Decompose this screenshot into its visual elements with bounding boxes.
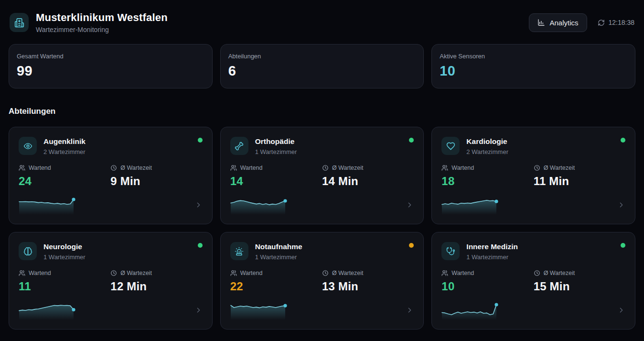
waiting-label: Wartend <box>240 165 263 171</box>
department-card-neurologie[interactable]: Neurologie 1 Wartezimmer Wartend 11 Ø <box>9 232 213 330</box>
analytics-button[interactable]: Analytics <box>529 13 587 32</box>
status-dot <box>409 138 414 143</box>
stat-label: Abteilungen <box>228 53 416 60</box>
wait-time-value: 11 Min <box>534 175 625 188</box>
wait-time-label: Ø Wartezeit <box>332 270 364 276</box>
waiting-label: Wartend <box>29 165 51 171</box>
waiting-trend-sparkline <box>19 299 77 320</box>
waiting-trend-sparkline <box>441 299 500 320</box>
bar-chart-icon <box>537 19 545 26</box>
waiting-trend-sparkline <box>441 194 500 215</box>
stat-card-active-sensors: Aktive Sensoren 10 <box>431 44 635 88</box>
chevron-right-icon[interactable] <box>617 306 625 314</box>
status-dot <box>198 243 203 248</box>
clock-icon <box>322 165 329 171</box>
department-card-innere-medizin[interactable]: Innere Medizin 1 Wartezimmer Wartend 10 <box>431 232 635 330</box>
header: Musterklinikum Westfalen Wartezimmer-Mon… <box>9 0 635 44</box>
waiting-label: Wartend <box>29 270 51 276</box>
department-name: Kardiologie <box>466 137 508 146</box>
department-grid: Augenklinik 2 Wartezimmer Wartend 24 Ø <box>9 127 635 330</box>
department-name: Orthopädie <box>255 137 297 146</box>
department-card-kardiologie[interactable]: Kardiologie 2 Wartezimmer Wartend 18 Ø <box>431 127 635 224</box>
page-subtitle: Wartezimmer-Monitoring <box>36 26 168 33</box>
status-dot <box>621 138 625 143</box>
wait-time-value: 9 Min <box>110 175 202 188</box>
waiting-trend-sparkline <box>230 299 289 320</box>
waiting-count: 10 <box>441 280 533 293</box>
stat-value: 10 <box>440 63 627 79</box>
department-card-orthopaedie[interactable]: Orthopädie 1 Wartezimmer Wartend 14 Ø <box>220 127 424 224</box>
brain-icon <box>19 242 37 260</box>
waiting-count: 18 <box>441 175 533 188</box>
waiting-trend-sparkline <box>230 194 289 215</box>
users-icon <box>19 270 25 276</box>
wait-time-label: Ø Wartezeit <box>332 165 364 171</box>
users-icon <box>441 270 448 276</box>
clock-icon <box>322 270 329 276</box>
heart-icon <box>441 137 460 155</box>
page-title: Musterklinikum Westfalen <box>36 11 168 24</box>
department-rooms: 1 Wartezimmer <box>466 253 518 261</box>
waiting-count: 11 <box>19 280 110 293</box>
department-name: Notaufnahme <box>255 242 302 251</box>
department-rooms: 2 Wartezimmer <box>43 148 86 155</box>
analytics-button-label: Analytics <box>549 19 578 27</box>
waiting-count: 14 <box>230 175 322 188</box>
department-card-notaufnahme[interactable]: Notaufnahme 1 Wartezimmer Wartend 22 Ø <box>220 232 424 330</box>
bone-icon <box>230 137 248 155</box>
wait-time-value: 12 Min <box>110 280 202 293</box>
department-rooms: 1 Wartezimmer <box>255 253 302 261</box>
wait-time-value: 13 Min <box>322 280 414 293</box>
wait-time-label: Ø Wartezeit <box>120 270 152 276</box>
stat-label: Aktive Sensoren <box>440 53 627 60</box>
department-rooms: 2 Wartezimmer <box>466 148 508 155</box>
status-dot <box>409 243 414 248</box>
wait-time-label: Ø Wartezeit <box>120 165 152 171</box>
waiting-trend-sparkline <box>19 194 77 215</box>
users-icon <box>230 165 237 171</box>
clock-icon <box>534 165 540 171</box>
stat-value: 6 <box>228 63 416 79</box>
waiting-label: Wartend <box>240 270 263 276</box>
department-rooms: 1 Wartezimmer <box>255 148 297 155</box>
department-name: Neurologie <box>43 242 86 251</box>
current-time: 12:18:38 <box>609 19 635 26</box>
summary-stats: Gesamt Wartend 99 Abteilungen 6 Aktive S… <box>9 44 635 88</box>
users-icon <box>441 165 448 171</box>
clock-icon <box>534 270 540 276</box>
stat-card-total-waiting: Gesamt Wartend 99 <box>9 44 213 88</box>
users-icon <box>19 165 25 171</box>
chevron-right-icon[interactable] <box>406 201 414 209</box>
refresh-icon[interactable] <box>598 19 605 26</box>
clock-box: 12:18:38 <box>598 19 635 26</box>
waiting-count: 24 <box>19 175 110 188</box>
status-dot <box>198 138 203 143</box>
chevron-right-icon[interactable] <box>194 201 203 209</box>
chevron-right-icon[interactable] <box>406 306 414 314</box>
chevron-right-icon[interactable] <box>194 306 203 314</box>
clock-icon <box>110 165 117 171</box>
status-dot <box>621 243 625 248</box>
waiting-label: Wartend <box>451 270 474 276</box>
wait-time-value: 15 Min <box>534 280 625 293</box>
wait-time-label: Ø Wartezeit <box>544 270 575 276</box>
brand: Musterklinikum Westfalen Wartezimmer-Mon… <box>10 11 168 33</box>
waiting-count: 22 <box>230 280 322 293</box>
header-actions: Analytics 12:18:38 <box>529 13 634 32</box>
stat-label: Gesamt Wartend <box>17 53 204 60</box>
stat-value: 99 <box>17 63 204 79</box>
section-title: Abteilungen <box>9 107 635 116</box>
waiting-label: Wartend <box>451 165 474 171</box>
department-name: Augenklinik <box>43 137 86 146</box>
dashboard: Musterklinikum Westfalen Wartezimmer-Mon… <box>0 0 644 341</box>
eye-icon <box>19 137 37 155</box>
department-card-augenklinik[interactable]: Augenklinik 2 Wartezimmer Wartend 24 Ø <box>9 127 213 224</box>
users-icon <box>230 270 237 276</box>
chevron-right-icon[interactable] <box>617 201 625 209</box>
wait-time-value: 14 Min <box>322 175 414 188</box>
clock-icon <box>110 270 117 276</box>
wait-time-label: Ø Wartezeit <box>544 165 575 171</box>
department-rooms: 1 Wartezimmer <box>43 253 86 261</box>
hospital-logo-icon <box>10 13 29 32</box>
stat-card-departments: Abteilungen 6 <box>220 44 424 88</box>
